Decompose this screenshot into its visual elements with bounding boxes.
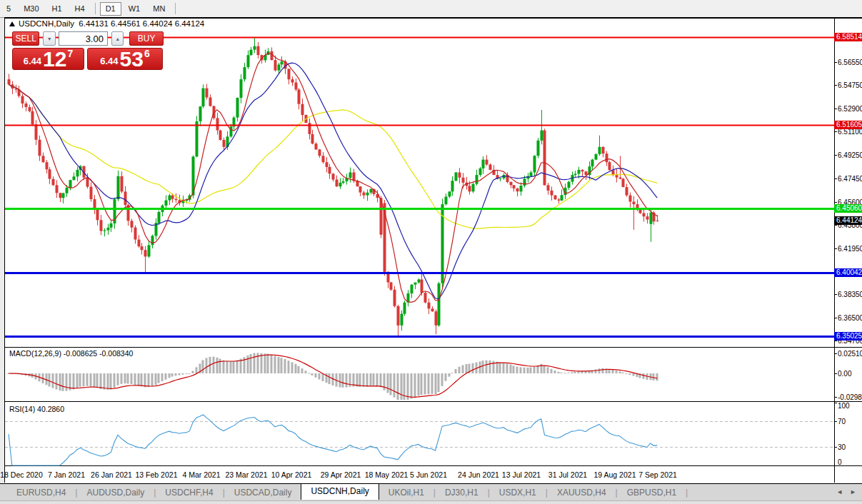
chart-tab-ukoil[interactable]: UKOil,H1 (379, 485, 433, 500)
date-label: 7 Jan 2021 (48, 470, 85, 479)
chart-tab-usdcnh[interactable]: USDCNH,Daily (301, 483, 379, 500)
chart-symbol-ohlc: USDCNH,Daily 6.44131 6.44561 6.44024 6.4… (9, 19, 204, 28)
triangle-up-icon: ▲ (115, 36, 120, 41)
timeframe-button-m30[interactable]: M30 (18, 2, 44, 16)
timeframe-toolbar: 5M30H1H4D1W1MN (0, 0, 862, 18)
triangle-down-icon: ▼ (47, 36, 52, 41)
price-tick-label: 6.47450 (838, 175, 862, 183)
chart-tab-usdchf[interactable]: USDCHF,H4 (156, 485, 222, 500)
timeframe-button-d1[interactable]: D1 (100, 2, 121, 16)
one-click-trading-panel: SELL ▼ ▲ BUY 6.44 12 7 6.44 53 6 (12, 31, 164, 70)
timeframe-button-h1[interactable]: H1 (46, 2, 68, 16)
chart-tab-usdx[interactable]: USDX,H1 (490, 485, 546, 500)
price-tick-label: 6.56550 (838, 59, 862, 66)
timeframe-button-5[interactable]: 5 (1, 2, 16, 16)
buy-price-main: 53 (120, 50, 144, 69)
sell-price-sup: 7 (67, 48, 73, 59)
price-tick-label: 6.52900 (838, 105, 862, 113)
symbol-ohlc-values: 6.44131 6.44561 6.44024 6.44124 (79, 19, 204, 28)
sell-button[interactable]: SELL (12, 31, 39, 46)
volume-input[interactable] (59, 31, 108, 46)
buy-price-display[interactable]: 6.44 53 6 (87, 48, 163, 70)
chart-tab-dj30[interactable]: DJ30,H1 (436, 485, 488, 500)
date-label: 19 Aug 2021 (594, 470, 636, 479)
date-label: 13 Jul 2021 (502, 470, 541, 479)
chart-tab-xauusd[interactable]: XAUUSD,H4 (548, 485, 616, 500)
date-label: 31 Jul 2021 (548, 470, 587, 479)
timeframe-button-h4[interactable]: H4 (69, 2, 91, 16)
timeframe-button-mn[interactable]: MN (147, 2, 171, 16)
buy-price-prefix: 6.44 (100, 56, 118, 66)
tab-scroll-right-icon[interactable]: ► (850, 488, 856, 496)
date-label: 10 Apr 2021 (271, 470, 312, 479)
date-label: 7 Sep 2021 (638, 470, 677, 479)
price-marker: 6.51605 (834, 121, 862, 129)
date-label: 18 Dec 2020 (0, 470, 43, 479)
rsi-indicator-label: RSI(14) 40.2860 (9, 405, 64, 413)
chart-tab-usdcad[interactable]: USDCAD,Daily (225, 485, 301, 500)
price-tick-label: 6.49250 (838, 151, 862, 159)
price-marker: 6.35025 (834, 332, 862, 341)
sell-price-display[interactable]: 6.44 12 7 (12, 48, 84, 70)
sell-price-main: 12 (43, 50, 66, 69)
macd-axis-label: -0.02988 (838, 393, 862, 401)
chart-tab-eurusd[interactable]: EURUSD,H4 (7, 485, 75, 500)
date-label: 26 Jan 2021 (91, 470, 132, 479)
date-label: 5 Jun 2021 (410, 470, 447, 479)
date-label: 23 Mar 2021 (226, 470, 268, 479)
chart-window (4, 18, 862, 483)
symbol-name: USDCNH,Daily (19, 19, 74, 28)
tab-divider: | (686, 488, 688, 498)
rsi-axis-label: 70 (838, 418, 846, 425)
macd-axis-label: 0.025108 (838, 350, 862, 358)
price-marker: 6.58514 (834, 33, 862, 41)
rsi-axis-label: 100 (838, 402, 850, 410)
macd-indicator-label: MACD(12,26,9) -0.008625 -0.008340 (9, 349, 133, 358)
chart-tab-audusd[interactable]: AUDUSD,Daily (77, 485, 154, 500)
sell-price-prefix: 6.44 (24, 56, 41, 66)
date-label: 24 Jun 2021 (458, 470, 499, 479)
price-tick-label: 6.38350 (838, 291, 862, 298)
price-marker: 6.45060 (834, 204, 862, 213)
date-label: 13 Feb 2021 (136, 470, 178, 479)
price-tick-label: 6.36500 (838, 314, 862, 322)
price-marker: 6.44124 (834, 216, 862, 225)
rsi-axis-label: 30 (838, 443, 846, 451)
mt4-terminal: 5M30H1H4D1W1MN USDCNH,Daily 6.44131 6.44… (0, 0, 862, 504)
price-marker: 6.40042 (834, 268, 862, 277)
volume-decrease-button[interactable]: ▼ (43, 31, 55, 46)
status-bar (0, 500, 862, 504)
price-tick-label: 6.41950 (838, 245, 862, 253)
buy-button[interactable]: BUY (129, 31, 164, 46)
rsi-axis-label: 0 (838, 458, 842, 466)
toolbar-separator (175, 3, 176, 14)
price-tick-label: 6.54750 (838, 81, 862, 89)
macd-axis-label: 0.00 (838, 370, 851, 378)
chart-tab-gbpusd[interactable]: GBPUSD,H1 (618, 485, 686, 500)
tab-scroll-left-icon[interactable]: ◄ (836, 488, 843, 496)
date-label: 18 May 2021 (365, 470, 409, 479)
date-label: 29 Apr 2021 (321, 470, 361, 479)
date-label: 4 Mar 2021 (182, 470, 220, 479)
volume-increase-button[interactable]: ▲ (111, 31, 124, 46)
chart-tab-bar: EURUSD,H4|AUDUSD,Daily|USDCHF,H4|USDCAD,… (0, 483, 862, 500)
collapse-panel-icon[interactable] (9, 21, 15, 26)
buy-price-sup: 6 (144, 48, 150, 59)
timeframe-button-w1[interactable]: W1 (123, 2, 146, 16)
toolbar-separator (95, 3, 96, 14)
